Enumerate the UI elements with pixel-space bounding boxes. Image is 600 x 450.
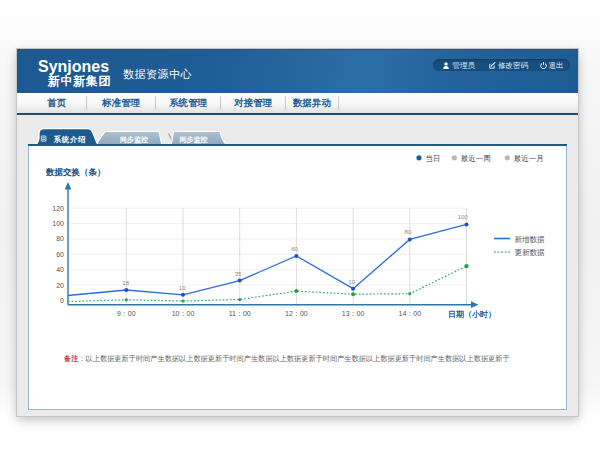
svg-text:数据交换（条）: 数据交换（条） — [45, 167, 106, 177]
svg-text:13：00: 13：00 — [342, 310, 365, 317]
svg-text:80: 80 — [56, 235, 64, 242]
svg-text:14：00: 14：00 — [399, 310, 422, 317]
svg-text:10: 10 — [348, 279, 355, 285]
svg-text:100: 100 — [52, 220, 64, 227]
svg-text:80: 80 — [405, 229, 412, 235]
svg-text:最近一月: 最近一月 — [514, 154, 544, 163]
svg-text:更新数据: 更新数据 — [515, 248, 546, 257]
svg-text:系统介绍: 系统介绍 — [53, 135, 86, 144]
svg-text:11：00: 11：00 — [229, 310, 251, 317]
svg-text:20: 20 — [56, 282, 64, 289]
svg-text:10: 10 — [179, 285, 186, 291]
svg-text:18: 18 — [122, 280, 129, 286]
svg-text:60: 60 — [56, 251, 64, 258]
svg-text:当日: 当日 — [426, 154, 441, 163]
svg-text:100: 100 — [458, 214, 469, 220]
svg-text:35: 35 — [235, 271, 242, 277]
svg-text:最近一周: 最近一周 — [461, 154, 491, 163]
svg-text:120: 120 — [52, 205, 64, 212]
svg-text:12：00: 12：00 — [285, 310, 308, 317]
svg-text:新增数据: 新增数据 — [515, 235, 546, 244]
svg-text:40: 40 — [56, 266, 64, 273]
svg-text:60: 60 — [291, 246, 298, 252]
svg-text:10：00: 10：00 — [172, 310, 195, 317]
svg-text:9：00: 9：00 — [117, 310, 136, 317]
svg-text:0: 0 — [60, 297, 64, 304]
svg-text:日期（小时）: 日期（小时） — [448, 310, 496, 319]
